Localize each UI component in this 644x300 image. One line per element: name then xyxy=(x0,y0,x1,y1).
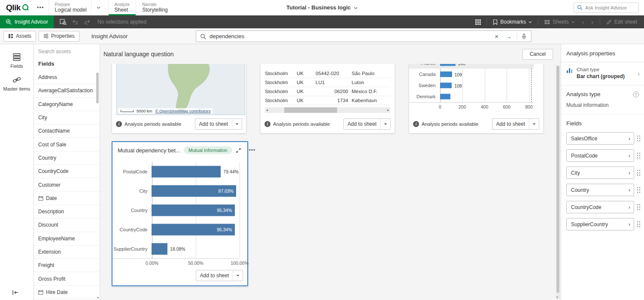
insight-advisor-button[interactable]: Insight Advisor xyxy=(0,15,54,28)
field-item-date[interactable]: Hire Date xyxy=(34,286,100,299)
bar[interactable]: 109 xyxy=(440,72,452,77)
drag-handle-icon[interactable] xyxy=(637,221,641,227)
bar[interactable]: 18.08% xyxy=(152,243,167,255)
table-chart-card[interactable]: Stockholm UK 05442-020 São Paulo Stockho… xyxy=(260,64,395,133)
card-menu-icon[interactable]: ••• xyxy=(245,147,256,153)
bar[interactable] xyxy=(440,94,450,100)
osm-attribution-link[interactable]: © OpenStreetMap contributors xyxy=(155,109,210,113)
main-scrollbar[interactable]: ▾ xyxy=(556,65,560,299)
insight-advisor-search[interactable]: × → xyxy=(196,30,532,42)
nav-narrate[interactable]: Narrate Storytelling xyxy=(136,0,173,15)
x-axis: 0.00% 50.00% 100.00% xyxy=(152,259,240,267)
field-item[interactable]: Country xyxy=(34,152,100,165)
field-item[interactable]: Gross Profit xyxy=(34,272,100,285)
field-label: Freight xyxy=(38,262,54,268)
assets-scroll-down-icon[interactable]: ▾ xyxy=(97,296,99,300)
field-item[interactable]: Address xyxy=(34,71,100,84)
field-item[interactable]: AverageCallSatisfaction xyxy=(34,84,100,97)
nav-analyze[interactable]: Analyze Sheet xyxy=(108,0,136,15)
edit-sheet-button[interactable]: Edit sheet xyxy=(603,15,641,28)
field-item[interactable]: Discount xyxy=(34,218,100,232)
scroll-right-icon[interactable]: ▸ xyxy=(386,108,390,112)
submit-search-icon[interactable]: → xyxy=(504,33,513,40)
drag-handle-icon[interactable] xyxy=(637,170,641,176)
properties-button[interactable]: Properties xyxy=(39,31,79,42)
chart-type-row[interactable]: Chart type Bar chart (grouped) › xyxy=(561,62,644,85)
field-item[interactable]: CountryCode xyxy=(34,165,100,178)
add-to-sheet-caret-icon[interactable] xyxy=(233,270,243,281)
selected-mutual-dependency-card[interactable]: Mutual dependency bet... Mutual informat… xyxy=(112,141,248,286)
table-horizontal-scrollbar[interactable]: ◂ ▸ xyxy=(265,107,390,113)
assets-button[interactable]: Assets xyxy=(3,31,36,42)
bar[interactable]: 97.03% xyxy=(152,185,236,197)
scrollbar-track[interactable] xyxy=(269,107,386,113)
field-pill-salesoffice[interactable]: SalesOffice › xyxy=(566,132,634,145)
drag-handle-icon[interactable] xyxy=(637,204,641,210)
field-item[interactable]: Freight xyxy=(34,259,100,272)
map-chart-card[interactable]: 5000 km © OpenStreetMap contributors i A… xyxy=(112,64,246,133)
field-item[interactable]: ContactName xyxy=(34,124,100,138)
pencil-icon xyxy=(606,19,612,25)
scroll-down-icon[interactable]: ▾ xyxy=(556,295,558,299)
add-to-sheet-caret-icon[interactable] xyxy=(529,119,539,129)
field-item[interactable]: Cost of Sale xyxy=(34,138,100,151)
collapse-panel-icon[interactable] xyxy=(12,290,18,297)
field-pill-city[interactable]: City › xyxy=(566,167,634,179)
clear-search-icon[interactable]: × xyxy=(493,33,500,40)
bar-track: 109 xyxy=(440,69,534,80)
add-to-sheet-button[interactable]: Add to sheet xyxy=(343,118,391,130)
more-menu-button[interactable]: ••• xyxy=(33,4,49,11)
map-visualization[interactable]: 5000 km © OpenStreetMap contributors xyxy=(116,64,245,115)
scroll-left-icon[interactable]: ◂ xyxy=(265,108,269,112)
field-item[interactable]: CategoryName xyxy=(34,98,100,111)
table-row: Stockholm UK 1734 København xyxy=(265,96,390,105)
bar[interactable]: 95.34% xyxy=(152,224,234,235)
field-item[interactable]: City xyxy=(34,111,100,124)
bar-chart-card[interactable]: France 140 Canada 109 xyxy=(409,64,544,133)
add-to-sheet-button[interactable]: Add to sheet xyxy=(196,270,243,281)
field-item[interactable]: Extension xyxy=(34,245,100,259)
assets-search[interactable] xyxy=(38,48,95,55)
app-overview-grid-icon[interactable] xyxy=(472,15,484,28)
scrollbar-thumb[interactable] xyxy=(284,107,337,113)
drag-handle-icon[interactable] xyxy=(637,187,641,193)
bar[interactable]: 79.44% xyxy=(152,166,221,177)
add-to-sheet-caret-icon[interactable] xyxy=(232,119,242,129)
add-to-sheet-button[interactable]: Add to sheet xyxy=(492,118,539,130)
assets-search-input[interactable] xyxy=(38,48,95,55)
app-title-menu[interactable]: Tutorial - Business logic xyxy=(286,4,358,11)
table-cell: LU1 xyxy=(316,80,352,85)
rail-item-master-items[interactable]: Master items xyxy=(0,72,33,95)
field-item[interactable]: Customer xyxy=(34,178,100,191)
field-pill-countrycode[interactable]: CountryCode › xyxy=(566,201,634,213)
help-icon[interactable]: ? xyxy=(633,91,639,97)
selections-tool-icon[interactable] xyxy=(57,15,69,28)
field-item[interactable]: EmployeeName xyxy=(34,232,100,245)
add-to-sheet-caret-icon[interactable] xyxy=(380,119,390,129)
expand-icon[interactable] xyxy=(236,148,241,153)
field-pill-country[interactable]: Country › xyxy=(566,184,634,196)
drag-handle-icon[interactable] xyxy=(637,152,641,159)
prepare-dropdown-caret-icon[interactable] xyxy=(91,0,102,15)
insight-advisor-search-input[interactable] xyxy=(210,33,489,39)
drag-handle-icon[interactable] xyxy=(637,135,641,142)
ask-insight-advisor-input[interactable] xyxy=(585,5,635,10)
bar[interactable]: 140 xyxy=(440,64,456,66)
sheets-button[interactable]: Sheets xyxy=(541,15,578,28)
cancel-button[interactable]: Cancel xyxy=(522,49,553,60)
nav-prepare[interactable]: Prepare Logical model xyxy=(49,0,108,15)
microphone-icon[interactable] xyxy=(521,33,527,39)
field-item[interactable]: Description xyxy=(34,205,100,218)
add-to-sheet-button[interactable]: Add to sheet xyxy=(195,118,242,130)
bar[interactable]: 95.34% xyxy=(152,204,234,216)
rail-item-fields[interactable]: Fields xyxy=(0,49,33,72)
ask-insight-advisor-search[interactable] xyxy=(574,3,639,13)
field-pill-postalcode[interactable]: PostalCode › xyxy=(566,149,634,162)
field-pill-suppliercountry[interactable]: SupplierCountry › xyxy=(566,218,634,230)
add-to-sheet-label: Add to sheet xyxy=(196,273,233,279)
main-scrollbar-thumb[interactable] xyxy=(556,66,559,293)
bookmarks-button[interactable]: Bookmarks xyxy=(489,15,535,28)
field-item-date[interactable]: Date xyxy=(34,192,100,205)
bar[interactable]: 108 xyxy=(440,83,452,88)
assets-scrollbar-thumb[interactable] xyxy=(96,73,99,103)
